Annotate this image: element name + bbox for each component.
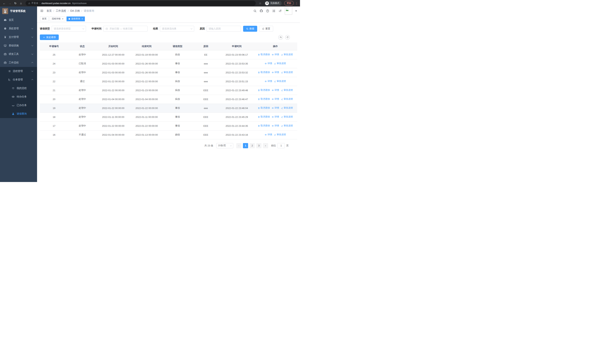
detail-link[interactable]: 详情 xyxy=(272,89,279,92)
status-text: 处理中 xyxy=(68,86,96,95)
chevron-down-icon xyxy=(31,53,33,55)
browser-home-button[interactable]: ⌂ xyxy=(19,1,23,6)
face-icon xyxy=(12,87,15,90)
sidebar: 🐰 芋道管理系统 首页系统管理支付管理基础设施研发工具工作流程流程管理任务管理我… xyxy=(0,7,37,182)
table-row: 22通过2022-01-22 00:00:002022-01-22 00:00:… xyxy=(40,77,297,86)
chevron-down-icon xyxy=(31,28,33,29)
bookmark-star-icon[interactable]: ☆ xyxy=(259,2,262,5)
progress-link[interactable]: 审批进度 xyxy=(274,80,286,83)
sidebar-item-done-tasks[interactable]: 已办任务 xyxy=(0,101,37,110)
browser-menu-icon[interactable]: ⋮ xyxy=(295,2,298,5)
search-button[interactable]: 搜索 xyxy=(243,26,257,32)
apply-time-range-input[interactable]: 开始日期 - 结束日期 xyxy=(103,26,148,32)
browser-toolbar: ← → ↻ ⌂ ⚠ 不安全 dashboard.yudao.iocoder.cn… xyxy=(0,0,300,7)
address-bar[interactable]: ⚠ 不安全 dashboard.yudao.iocoder.cn/bpm/oa/… xyxy=(26,1,256,6)
browser-update-button[interactable]: 更新 xyxy=(284,1,294,6)
progress-link[interactable]: 审批进度 xyxy=(274,62,286,65)
browser-forward-button[interactable]: → xyxy=(7,1,12,6)
goto-page-input[interactable]: 1 xyxy=(277,143,285,148)
cancel-link[interactable]: 取消请假 xyxy=(258,106,270,110)
page-button-1[interactable]: 1 xyxy=(243,143,248,148)
close-icon[interactable]: × xyxy=(62,18,63,20)
font-size-icon[interactable] xyxy=(279,9,282,13)
progress-link[interactable]: 审批进度 xyxy=(281,115,293,118)
sidebar-item-home[interactable]: 首页 xyxy=(0,16,37,24)
browser-reload-button[interactable]: ↻ xyxy=(13,1,18,6)
leave-type-select[interactable]: 请选择请假类型 xyxy=(52,26,86,32)
fullscreen-icon[interactable] xyxy=(272,9,276,13)
sidebar-item-devtools[interactable]: 研发工具 xyxy=(0,50,37,58)
tag-流程详情[interactable]: 流程详情× xyxy=(50,17,66,21)
detail-link[interactable]: 详情 xyxy=(265,133,272,136)
goto-label: 前往 xyxy=(271,144,276,147)
progress-link[interactable]: 审批进度 xyxy=(281,89,293,92)
prev-page-button[interactable]: ‹ xyxy=(236,143,242,148)
cancel-link[interactable]: 取消请假 xyxy=(258,97,270,101)
cancel-link[interactable]: 取消请假 xyxy=(258,71,270,74)
result-select[interactable]: 请选择流结果 xyxy=(160,26,194,32)
sidebar-item-infra[interactable]: 基础设施 xyxy=(0,41,37,50)
detail-link[interactable]: 详情 xyxy=(272,115,279,118)
page-button-3[interactable]: 3 xyxy=(256,143,262,148)
detail-link[interactable]: 详情 xyxy=(272,53,279,56)
progress-link[interactable]: 审批进度 xyxy=(281,53,293,56)
list-icon xyxy=(8,70,11,73)
detail-link[interactable]: 详情 xyxy=(265,62,272,65)
progress-link[interactable]: 审批进度 xyxy=(281,124,293,127)
sidebar-item-todo-tasks[interactable]: 待办任务 xyxy=(0,93,37,101)
leave-type-label: 请假类型 xyxy=(40,27,50,30)
breadcrumb-item[interactable]: 首页 xyxy=(47,9,52,13)
toggle-search-button[interactable] xyxy=(278,35,283,40)
detail-link[interactable]: 详情 xyxy=(272,106,279,110)
page-size-select[interactable]: 10条/页 xyxy=(216,143,233,148)
github-icon[interactable] xyxy=(260,9,263,13)
progress-link[interactable]: 审批进度 xyxy=(281,97,293,101)
breadcrumb: 首页/工作流程/OA 示例/请假查询 xyxy=(47,9,94,13)
col-申请编号: 申请编号 xyxy=(40,42,68,50)
sidebar-item-task-mgmt[interactable]: 任务管理 xyxy=(0,75,37,84)
progress-link[interactable]: 审批进度 xyxy=(281,71,293,74)
breadcrumb-separator: / xyxy=(68,9,69,12)
sidebar-item-my-process[interactable]: 我的流程 xyxy=(0,84,37,93)
browser-back-button[interactable]: ← xyxy=(2,1,7,6)
page-button-2[interactable]: 2 xyxy=(250,143,255,148)
close-icon[interactable]: × xyxy=(82,18,83,20)
table-body: 25处理中2021-12-27 00:00:002022-01-19 00:00… xyxy=(40,50,297,139)
detail-link[interactable]: 详情 xyxy=(272,97,279,101)
cancel-link[interactable]: 取消请假 xyxy=(258,53,270,56)
sidebar-item-workflow[interactable]: 工作流程 xyxy=(0,58,37,67)
search-icon[interactable] xyxy=(253,9,257,13)
breadcrumb-item[interactable]: 工作流程 xyxy=(56,9,66,13)
cancel-link[interactable]: 取消请假 xyxy=(258,89,270,92)
tag-首页[interactable]: 首页 xyxy=(40,17,48,21)
detail-link[interactable]: 详情 xyxy=(265,80,272,83)
reason-input[interactable]: 请输入原因 xyxy=(206,26,241,32)
progress-link[interactable]: 审批进度 xyxy=(274,133,286,136)
refresh-table-button[interactable] xyxy=(285,35,290,40)
detail-link[interactable]: 详情 xyxy=(272,71,279,74)
top-navbar: 首页/工作流程/OA 示例/请假查询 xyxy=(37,7,300,15)
detail-link[interactable]: 详情 xyxy=(272,124,279,127)
cancel-link[interactable]: 取消请假 xyxy=(258,124,270,127)
sidebar-fold-icon[interactable] xyxy=(40,9,44,13)
reset-button[interactable]: 重置 xyxy=(259,26,273,32)
next-page-button[interactable]: › xyxy=(263,143,268,148)
incognito-badge: 无痕模式 xyxy=(264,1,282,6)
sidebar-item-process-mgmt[interactable]: 流程管理 xyxy=(0,67,37,75)
tag-请假查询[interactable]: 请假查询× xyxy=(66,17,85,21)
sidebar-item-leave-query[interactable]: 请假查询 xyxy=(0,110,37,118)
tags-view-bar: 首页流程详情×请假查询× xyxy=(37,15,300,23)
cancel-link[interactable]: 取消请假 xyxy=(258,115,270,118)
breadcrumb-separator: / xyxy=(53,9,54,12)
progress-link[interactable]: 审批进度 xyxy=(281,106,293,110)
sidebar-menu: 首页系统管理支付管理基础设施研发工具工作流程流程管理任务管理我的流程待办任务已办… xyxy=(0,16,37,118)
create-leave-button[interactable]: 发起请假 xyxy=(40,35,59,40)
edit-icon xyxy=(281,54,283,56)
eye-sm-icon xyxy=(272,125,274,127)
sidebar-item-payment[interactable]: 支付管理 xyxy=(0,33,37,41)
caret-down-icon[interactable] xyxy=(295,10,297,12)
help-icon[interactable] xyxy=(266,9,269,13)
avatar[interactable] xyxy=(285,7,292,15)
breadcrumb-item[interactable]: OA 示例 xyxy=(70,9,80,13)
sidebar-item-system[interactable]: 系统管理 xyxy=(0,24,37,33)
